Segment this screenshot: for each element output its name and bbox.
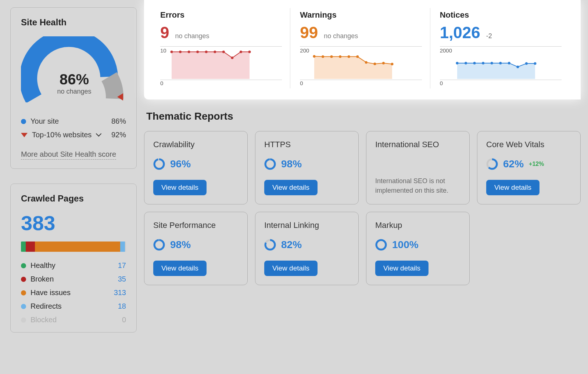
donut-icon bbox=[264, 239, 276, 251]
crawled-pages-bar bbox=[21, 242, 126, 252]
crawled-status-row[interactable]: Healthy17 bbox=[21, 261, 126, 270]
svg-point-26 bbox=[499, 62, 502, 64]
notices-sparkline: 2000 0 bbox=[440, 46, 562, 86]
crawled-status-value: 0 bbox=[122, 316, 126, 324]
bar-segment bbox=[35, 242, 120, 252]
thematic-card: Crawlability96%View details bbox=[144, 131, 248, 204]
svg-point-32 bbox=[154, 159, 164, 169]
svg-point-24 bbox=[482, 62, 484, 64]
crawled-status-row[interactable]: Redirects18 bbox=[21, 302, 126, 311]
crawled-status-label: Blocked bbox=[31, 316, 57, 324]
bar-segment bbox=[125, 242, 126, 252]
thematic-card: Core Web Vitals62%+12%View details bbox=[477, 131, 581, 204]
svg-point-28 bbox=[516, 66, 519, 68]
thematic-card: HTTPS98%View details bbox=[255, 131, 359, 204]
view-details-button[interactable]: View details bbox=[375, 261, 429, 276]
card-title: International SEO bbox=[375, 139, 460, 150]
svg-point-23 bbox=[473, 62, 476, 64]
svg-point-4 bbox=[196, 51, 199, 53]
card-title: Markup bbox=[375, 220, 460, 231]
thematic-card: Internal Linking82%View details bbox=[255, 212, 359, 285]
card-title: Core Web Vitals bbox=[486, 139, 571, 150]
thematic-reports-title: Thematic Reports bbox=[146, 110, 581, 122]
card-title: HTTPS bbox=[264, 139, 349, 150]
crawled-status-label: Broken bbox=[31, 275, 54, 283]
errors-panel[interactable]: Errors 9 no changes 10 0 bbox=[155, 8, 290, 88]
view-details-button[interactable]: View details bbox=[153, 180, 207, 195]
svg-point-2 bbox=[179, 51, 182, 53]
card-delta: +12% bbox=[529, 161, 544, 167]
svg-point-10 bbox=[248, 51, 251, 53]
svg-point-20 bbox=[391, 63, 394, 65]
view-details-button[interactable]: View details bbox=[264, 180, 318, 195]
crawled-status-row[interactable]: Broken35 bbox=[21, 275, 126, 283]
card-score: 82% bbox=[281, 239, 302, 251]
crawled-status-value: 313 bbox=[114, 288, 126, 297]
svg-point-29 bbox=[525, 62, 528, 65]
legend-top-sites[interactable]: Top-10% websites 92% bbox=[21, 131, 126, 139]
view-details-button[interactable]: View details bbox=[153, 261, 207, 276]
donut-icon bbox=[264, 158, 276, 170]
svg-point-25 bbox=[491, 62, 493, 64]
svg-point-30 bbox=[534, 62, 537, 65]
svg-point-16 bbox=[356, 55, 359, 58]
crawled-status-label: Redirects bbox=[31, 302, 61, 311]
dot-icon bbox=[21, 263, 26, 268]
svg-point-42 bbox=[376, 240, 386, 250]
crawled-status-row[interactable]: Have issues313 bbox=[21, 288, 126, 297]
card-score: 98% bbox=[170, 239, 191, 251]
card-score: 100% bbox=[392, 239, 419, 251]
notices-value: 1,026 bbox=[440, 23, 480, 42]
svg-point-9 bbox=[240, 51, 242, 53]
errors-value: 9 bbox=[160, 23, 169, 42]
view-details-button[interactable]: View details bbox=[264, 261, 318, 276]
svg-point-14 bbox=[339, 55, 342, 58]
legend-your-site: Your site 86% bbox=[21, 117, 126, 126]
svg-point-11 bbox=[313, 55, 316, 58]
svg-point-6 bbox=[214, 51, 216, 53]
warnings-sub: no changes bbox=[324, 32, 358, 40]
bar-segment bbox=[21, 242, 26, 252]
card-score: 96% bbox=[170, 158, 191, 170]
bar-segment bbox=[26, 242, 35, 252]
crawled-status-value: 18 bbox=[118, 302, 126, 311]
notices-panel[interactable]: Notices 1,026 -2 2000 0 bbox=[430, 8, 570, 88]
donut-icon bbox=[486, 158, 498, 170]
svg-point-38 bbox=[154, 240, 164, 250]
card-title: Crawlability bbox=[153, 139, 239, 150]
dot-icon bbox=[21, 290, 26, 295]
thematic-card: Markup100%View details bbox=[366, 212, 470, 285]
card-title: Internal Linking bbox=[264, 220, 349, 231]
triangle-icon bbox=[21, 133, 28, 137]
svg-point-3 bbox=[187, 51, 190, 53]
svg-point-22 bbox=[465, 62, 467, 64]
site-health-score: 86% bbox=[21, 71, 128, 88]
bar-segment bbox=[120, 242, 125, 252]
crawled-pages-total: 383 bbox=[21, 211, 126, 235]
site-health-sub: no changes bbox=[21, 88, 128, 95]
donut-icon bbox=[153, 158, 165, 170]
dot-icon bbox=[21, 304, 26, 309]
svg-point-5 bbox=[205, 51, 207, 53]
svg-point-7 bbox=[222, 51, 225, 53]
svg-point-17 bbox=[365, 61, 368, 63]
issues-strip: Errors 9 no changes 10 0 Warnings 99 no … bbox=[144, 0, 581, 99]
svg-point-19 bbox=[382, 62, 385, 64]
view-details-button[interactable]: View details bbox=[486, 180, 539, 195]
site-health-gauge: 86% no changes bbox=[21, 36, 128, 102]
crawled-status-value: 17 bbox=[118, 261, 126, 270]
card-score: 62% bbox=[503, 158, 524, 170]
svg-point-13 bbox=[330, 55, 333, 58]
dot-icon bbox=[21, 317, 26, 323]
site-health-title: Site Health bbox=[21, 17, 126, 28]
warnings-panel[interactable]: Warnings 99 no changes 200 0 bbox=[290, 8, 430, 88]
warnings-title: Warnings bbox=[300, 10, 422, 20]
svg-point-12 bbox=[322, 55, 324, 58]
svg-point-27 bbox=[508, 62, 510, 64]
errors-sparkline: 10 0 bbox=[160, 46, 282, 86]
crawled-status-row[interactable]: Blocked0 bbox=[21, 316, 126, 324]
site-health-more-link[interactable]: More about Site Health score bbox=[21, 150, 116, 160]
svg-point-15 bbox=[348, 55, 350, 58]
svg-point-8 bbox=[231, 57, 233, 59]
card-score: 98% bbox=[281, 158, 302, 170]
